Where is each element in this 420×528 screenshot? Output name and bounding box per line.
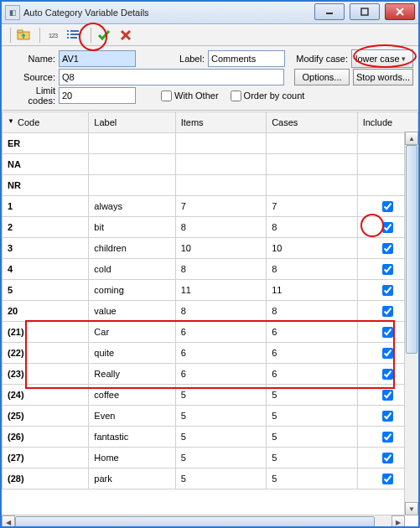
word-mode-icon[interactable] <box>65 27 84 44</box>
table-row[interactable]: NR <box>3 175 418 196</box>
label-cell[interactable]: children <box>89 238 175 259</box>
include-checkbox[interactable] <box>382 306 393 317</box>
table-row[interactable]: (26)fantastic55 <box>3 427 418 448</box>
cases-cell: 11 <box>267 280 358 301</box>
include-checkbox[interactable] <box>382 201 393 212</box>
table-row[interactable]: ER <box>3 133 418 154</box>
label-cell[interactable]: always <box>89 196 175 217</box>
source-input[interactable] <box>59 69 284 85</box>
col-code[interactable]: ▼Code <box>3 112 89 133</box>
scroll-right-icon[interactable]: ▶ <box>391 515 405 528</box>
items-cell: 8 <box>175 259 267 280</box>
label-cell[interactable] <box>89 175 175 196</box>
include-checkbox[interactable] <box>382 264 393 275</box>
table-row[interactable]: 5coming1111 <box>3 280 418 301</box>
window-title: Auto Category Variable Details <box>23 8 149 18</box>
name-input[interactable] <box>59 50 136 67</box>
include-checkbox[interactable] <box>382 327 393 338</box>
include-checkbox[interactable] <box>382 474 393 484</box>
code-cell: (25) <box>3 406 89 427</box>
chevron-down-icon: ▾ <box>402 54 406 63</box>
label-cell[interactable]: bit <box>89 217 175 238</box>
include-checkbox[interactable] <box>382 453 393 463</box>
label-input[interactable] <box>208 50 285 67</box>
label-cell[interactable] <box>89 154 175 175</box>
items-cell: 5 <box>175 427 267 448</box>
accept-icon[interactable] <box>95 27 113 44</box>
code-cell: (28) <box>3 468 89 489</box>
label-cell[interactable]: coming <box>89 280 175 301</box>
scroll-thumb-v[interactable] <box>406 145 417 354</box>
col-include[interactable]: Include <box>357 112 417 133</box>
code-cell: 4 <box>3 259 89 280</box>
vertical-scrollbar[interactable]: ▲ ▼ <box>404 132 418 515</box>
table-row[interactable]: (22)quite66 <box>3 343 418 364</box>
options-button[interactable]: Options... <box>294 69 350 85</box>
code-cell: (21) <box>3 322 89 343</box>
include-checkbox[interactable] <box>382 432 393 443</box>
minimize-button[interactable] <box>314 3 345 20</box>
items-cell: 6 <box>175 322 267 343</box>
include-checkbox[interactable] <box>382 369 393 380</box>
table-row[interactable]: (24)coffee55 <box>3 385 418 406</box>
modify-case-select[interactable]: lower case ▾ <box>351 49 413 68</box>
cancel-icon[interactable] <box>117 27 135 44</box>
label-cell[interactable]: Home <box>89 448 175 468</box>
horizontal-scrollbar[interactable]: ◀ ▶ <box>2 515 405 528</box>
label-cell[interactable]: Really <box>89 364 175 385</box>
table-row[interactable]: (23)Really66 <box>3 364 418 385</box>
numbers-mode-icon[interactable]: 123 <box>44 27 62 44</box>
include-checkbox[interactable] <box>382 222 393 233</box>
up-folder-icon[interactable] <box>14 27 33 44</box>
table-row[interactable]: NA <box>3 154 418 175</box>
include-checkbox[interactable] <box>382 348 393 359</box>
label-cell[interactable]: Even <box>89 406 175 427</box>
table-row[interactable]: 4cold88 <box>3 259 418 280</box>
limitcodes-input[interactable] <box>59 87 136 104</box>
svg-rect-5 <box>18 30 23 33</box>
col-items[interactable]: Items <box>175 112 267 133</box>
label-cell[interactable]: fantastic <box>89 427 175 448</box>
close-button[interactable] <box>385 3 415 20</box>
items-cell: 10 <box>175 238 267 259</box>
order-by-count-checkbox[interactable]: Order by count <box>231 91 305 101</box>
svg-rect-9 <box>70 34 80 35</box>
table-row[interactable]: (21)Car66 <box>3 322 418 343</box>
with-other-checkbox[interactable]: With Other <box>161 91 219 101</box>
include-checkbox[interactable] <box>382 243 393 254</box>
label-cell[interactable]: value <box>89 301 175 322</box>
col-cases[interactable]: Cases <box>267 112 358 133</box>
table-row[interactable]: 1always77 <box>3 196 418 217</box>
scroll-thumb-h[interactable] <box>15 516 375 528</box>
stopwords-button[interactable]: Stop words... <box>353 69 413 85</box>
svg-rect-10 <box>67 37 69 39</box>
col-label[interactable]: Label <box>89 112 175 133</box>
data-grid[interactable]: ▼Code Label Items Cases Include ERNANR1a… <box>2 111 418 489</box>
items-cell: 6 <box>175 364 267 385</box>
table-row[interactable]: (25)Even55 <box>3 406 418 427</box>
maximize-button[interactable] <box>350 3 380 20</box>
cases-cell: 6 <box>267 364 358 385</box>
include-checkbox[interactable] <box>382 411 393 422</box>
table-row[interactable]: (28)park55 <box>3 468 418 489</box>
include-checkbox[interactable] <box>382 285 393 296</box>
scroll-down-icon[interactable]: ▼ <box>405 502 418 515</box>
items-cell: 8 <box>175 217 267 238</box>
table-row[interactable]: 3children1010 <box>3 238 418 259</box>
label-cell[interactable]: quite <box>89 343 175 364</box>
label-cell[interactable]: cold <box>89 259 175 280</box>
label-cell[interactable]: coffee <box>89 385 175 406</box>
table-row[interactable]: (27)Home55 <box>3 448 418 468</box>
label-cell[interactable]: park <box>89 468 175 489</box>
scroll-up-icon[interactable]: ▲ <box>405 132 418 145</box>
table-row[interactable]: 2bit88 <box>3 217 418 238</box>
svg-rect-6 <box>67 30 69 32</box>
table-row[interactable]: 20value88 <box>3 301 418 322</box>
cases-cell: 5 <box>267 448 358 468</box>
include-checkbox[interactable] <box>382 390 393 401</box>
toolbar: 123 <box>2 24 418 46</box>
cases-cell: 6 <box>267 343 358 364</box>
label-cell[interactable]: Car <box>89 322 175 343</box>
scroll-left-icon[interactable]: ◀ <box>2 515 15 528</box>
label-cell[interactable] <box>89 133 175 154</box>
